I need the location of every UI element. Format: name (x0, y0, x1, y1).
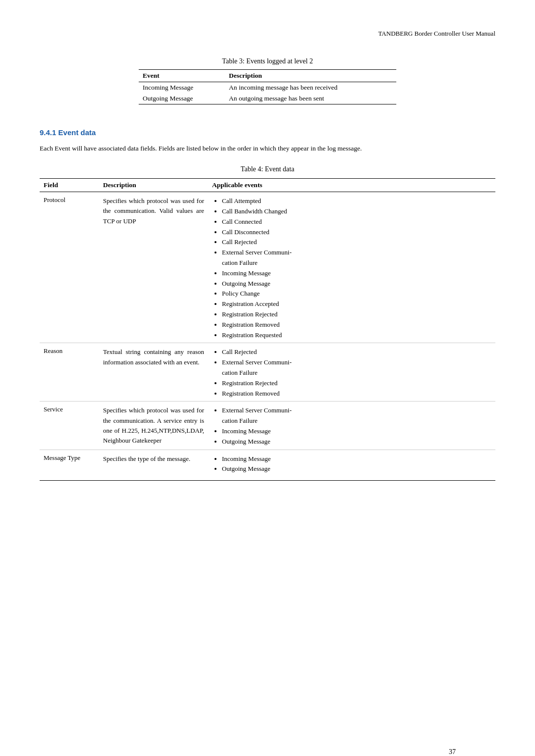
table4-description: Specifies which protocol was used for th… (99, 402, 208, 450)
table3-cell: An incoming message has been received (225, 82, 396, 94)
table4-col-events: Applicable events (208, 179, 495, 192)
table4-field: Reason (40, 343, 99, 402)
list-item: Incoming Message (222, 454, 491, 464)
list-item: Registration Removed (222, 389, 491, 399)
list-item: Registration Rejected (222, 378, 491, 389)
table3-cell: Incoming Message (139, 82, 225, 94)
list-item: Call Rejected (222, 347, 491, 357)
list-item: Registration Rejected (222, 309, 491, 320)
list-item: External Server Communi-cation Failure (222, 248, 491, 268)
table4-col-field: Field (40, 179, 99, 192)
list-item: External Server Communi-cation Failure (222, 405, 491, 426)
table4: Field Description Applicable events Prot… (40, 178, 495, 480)
table-bottom-rule (40, 480, 495, 481)
table4-field: Message Type (40, 450, 99, 480)
table4-events: Incoming MessageOutgoing Message (208, 450, 495, 480)
list-item: Outgoing Message (222, 437, 491, 447)
list-item: External Server Communi-cation Failure (222, 357, 491, 378)
table3-col-event: Event (139, 70, 225, 82)
table3-cell: Outgoing Message (139, 93, 225, 104)
table4-col-description: Description (99, 179, 208, 192)
list-item: Call Rejected (222, 237, 491, 248)
table4-field: Protocol (40, 192, 99, 343)
table4-events: Call AttemptedCall Bandwidth ChangedCall… (208, 192, 495, 343)
table4-title: Table 4: Event data (40, 165, 495, 173)
table4-events: Call RejectedExternal Server Communi-cat… (208, 343, 495, 402)
table4-description: Specifies the type of the message. (99, 450, 208, 480)
list-item: Outgoing Message (222, 464, 491, 474)
table4-description: Specifies which protocol was used for th… (99, 192, 208, 343)
list-item: Call Connected (222, 217, 491, 227)
table4-events: External Server Communi-cation FailureIn… (208, 402, 495, 450)
page-header: TANDBERG Border Controller User Manual (40, 30, 495, 38)
list-item: Incoming Message (222, 426, 491, 437)
table3-cell: An outgoing message has been sent (225, 93, 396, 104)
list-item: Outgoing Message (222, 279, 491, 289)
list-item: Policy Change (222, 289, 491, 299)
list-item: Call Bandwidth Changed (222, 206, 491, 217)
section-941-heading: 9.4.1 Event data (40, 128, 495, 137)
table4-description: Textual string containing any reason inf… (99, 343, 208, 402)
list-item: Incoming Message (222, 268, 491, 279)
section-941-intro: Each Event will have associated data fie… (40, 144, 495, 153)
list-item: Call Attempted (222, 196, 491, 206)
list-item: Registration Removed (222, 320, 491, 330)
table3-title: Table 3: Events logged at level 2 (40, 57, 495, 65)
list-item: Call Disconnected (222, 227, 491, 238)
table4-field: Service (40, 402, 99, 450)
page-number: 37 (449, 748, 456, 756)
table3-col-description: Description (225, 70, 396, 82)
table3: Event Description Incoming MessageAn inc… (139, 69, 396, 104)
list-item: Registration Requested (222, 330, 491, 341)
list-item: Registration Accepted (222, 299, 491, 309)
